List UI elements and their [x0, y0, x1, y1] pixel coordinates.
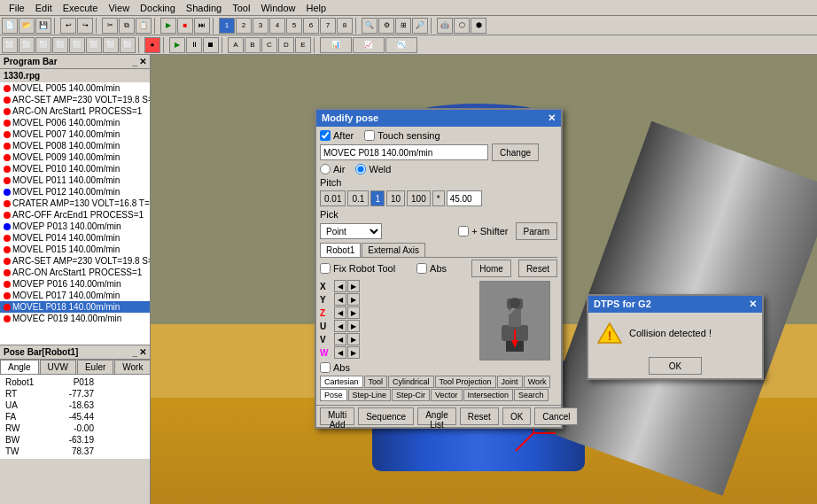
tb-zoom[interactable]: 🔎: [412, 18, 428, 34]
bottom-tab2-step-line[interactable]: Step-Line: [348, 389, 392, 401]
shifter-label[interactable]: + Shifter: [458, 226, 508, 236]
menu-window[interactable]: Window: [255, 1, 300, 15]
tab-angle[interactable]: Angle: [0, 360, 39, 374]
tb-open[interactable]: 📂: [19, 18, 35, 34]
program-bar-close[interactable]: ✕: [139, 57, 146, 66]
weld-radio-label[interactable]: Weld: [355, 164, 391, 174]
tb2-c[interactable]: C: [261, 37, 277, 53]
pitch-001[interactable]: 0.01: [320, 190, 346, 206]
menu-execute[interactable]: Execute: [58, 1, 104, 15]
program-list-item[interactable]: MOVEL P010 140.00m/min: [0, 163, 150, 174]
tb2-1[interactable]: ⬜: [2, 37, 18, 53]
bottom-tab2-intersection[interactable]: Intersection: [463, 389, 514, 401]
tb2-8[interactable]: ⬜: [120, 37, 136, 53]
modify-pose-close[interactable]: ✕: [548, 112, 556, 124]
axis-dec-button[interactable]: ◀: [334, 293, 346, 306]
tb-6[interactable]: 6: [303, 18, 319, 34]
program-list-item[interactable]: MOVEL P008 140.00m/min: [0, 140, 150, 151]
bottom-tab2-search[interactable]: Search: [514, 389, 549, 401]
bottom-tab-joint[interactable]: Joint: [497, 376, 523, 388]
axis-dec-button[interactable]: ◀: [334, 333, 346, 345]
air-radio-label[interactable]: Air: [320, 164, 345, 174]
angle-list-button[interactable]: Angle List: [417, 407, 456, 425]
tb-4[interactable]: 4: [269, 18, 285, 34]
tab-uvw[interactable]: UVW: [40, 360, 76, 374]
shifter-checkbox[interactable]: [458, 226, 469, 236]
tb2-2[interactable]: ⬜: [19, 37, 35, 53]
axis-dec-button[interactable]: ◀: [334, 346, 346, 359]
menu-view[interactable]: View: [103, 1, 135, 15]
program-bar-minimize[interactable]: _: [132, 57, 137, 66]
param-button[interactable]: Param: [516, 222, 557, 240]
collision-close[interactable]: ✕: [749, 299, 757, 310]
axis-inc-button[interactable]: ▶: [347, 293, 360, 306]
program-list-item[interactable]: MOVEP P016 140.00m/min: [0, 278, 150, 290]
ok-button[interactable]: OK: [502, 407, 531, 425]
tb2-f1[interactable]: 📊: [320, 37, 352, 53]
menu-shading[interactable]: Shading: [181, 1, 227, 15]
weld-radio[interactable]: [355, 164, 366, 174]
tb-copy[interactable]: ⧉: [119, 18, 135, 34]
program-list-item[interactable]: ARC-SET AMP=230 VOLT=19.8 S=0.: [0, 94, 150, 105]
bottom-tab2-step-cir[interactable]: Step-Cir: [392, 389, 430, 401]
tab-work[interactable]: Work: [114, 360, 151, 374]
program-list-item[interactable]: ARC-ON ArcStart1 PROCESS=1: [0, 267, 150, 278]
tb-solid[interactable]: ⬢: [471, 18, 486, 34]
abs-checkbox-top[interactable]: [416, 263, 427, 274]
tab-euler[interactable]: Euler: [77, 360, 113, 374]
home-button[interactable]: Home: [471, 260, 511, 277]
program-list-item[interactable]: CRATER AMP=130 VOLT=16.8 T=0.0: [0, 198, 150, 209]
tb-step[interactable]: ⏭: [194, 18, 210, 34]
tb2-6[interactable]: ⬜: [86, 37, 102, 53]
program-list-item[interactable]: MOVEL P005 140.00m/min: [0, 82, 150, 94]
tb-redo[interactable]: ↪: [77, 18, 93, 34]
tb-search[interactable]: 🔍: [362, 18, 377, 34]
robot1-tab[interactable]: Robot1: [320, 243, 361, 257]
tb2-7[interactable]: ⬜: [103, 37, 119, 53]
tb-run[interactable]: ▶: [160, 18, 176, 34]
pitch-01[interactable]: 0.1: [347, 190, 369, 206]
axis-dec-button[interactable]: ◀: [334, 306, 346, 319]
program-list-item[interactable]: MOVEL P014 140.00m/min: [0, 232, 150, 244]
tb2-5[interactable]: ⬜: [69, 37, 85, 53]
program-list-item[interactable]: MOVEP P013 140.00m/min: [0, 221, 150, 232]
tb-stop[interactable]: ■: [177, 18, 193, 34]
bottom-tab-cylindrical[interactable]: Cylindrical: [388, 376, 434, 388]
axis-inc-button[interactable]: ▶: [347, 346, 360, 359]
program-list-item[interactable]: MOVEL P009 140.00m/min: [0, 151, 150, 163]
program-list-item[interactable]: MOVEL P015 140.00m/min: [0, 244, 150, 255]
pitch-100[interactable]: 100: [407, 190, 431, 206]
cancel-button[interactable]: Cancel: [534, 407, 578, 425]
tb2-e[interactable]: E: [295, 37, 311, 53]
pitch-10[interactable]: 10: [386, 190, 405, 206]
axis-inc-button[interactable]: ▶: [347, 306, 360, 319]
tb-3[interactable]: 3: [253, 18, 268, 34]
axis-dec-button[interactable]: ◀: [334, 320, 346, 332]
external-axis-tab[interactable]: External Axis: [362, 243, 425, 257]
program-list-item[interactable]: MOVEL P011 140.00m/min: [0, 174, 150, 186]
abs-checkbox-label[interactable]: Abs: [320, 362, 350, 373]
program-list-item[interactable]: MOVEL P017 140.00m/min: [0, 290, 150, 301]
program-list-item[interactable]: ARC-ON ArcStart1 PROCESS=1: [0, 105, 150, 117]
pose-bar-minimize[interactable]: _: [132, 347, 137, 357]
menu-help[interactable]: Help: [301, 1, 332, 15]
tb-5[interactable]: 5: [286, 18, 302, 34]
tb-2[interactable]: 2: [236, 18, 252, 34]
tb-wire[interactable]: ⬡: [454, 18, 470, 34]
program-list-item[interactable]: MOVEL P012 140.00m/min: [0, 186, 150, 198]
tb2-f3[interactable]: 📉: [385, 37, 417, 53]
program-list-item[interactable]: MOVEL P007 140.00m/min: [0, 128, 150, 140]
pick-select[interactable]: Point: [320, 223, 382, 239]
reset-button[interactable]: Reset: [460, 407, 499, 425]
bottom-tab-work[interactable]: Work: [524, 376, 551, 388]
program-list-item[interactable]: MOVEL P006 140.00m/min: [0, 117, 150, 128]
bottom-tab-tool[interactable]: Tool: [364, 376, 388, 388]
touch-sensing-label[interactable]: Touch sensing: [364, 130, 440, 141]
tb-new[interactable]: 📄: [2, 18, 18, 34]
menu-docking[interactable]: Docking: [135, 1, 181, 15]
menu-tool[interactable]: Tool: [227, 1, 255, 15]
air-radio[interactable]: [320, 164, 331, 174]
axis-inc-button[interactable]: ▶: [347, 333, 360, 345]
tb2-stop2[interactable]: ⏹: [203, 37, 219, 53]
abs-check-label[interactable]: Abs: [416, 263, 447, 274]
